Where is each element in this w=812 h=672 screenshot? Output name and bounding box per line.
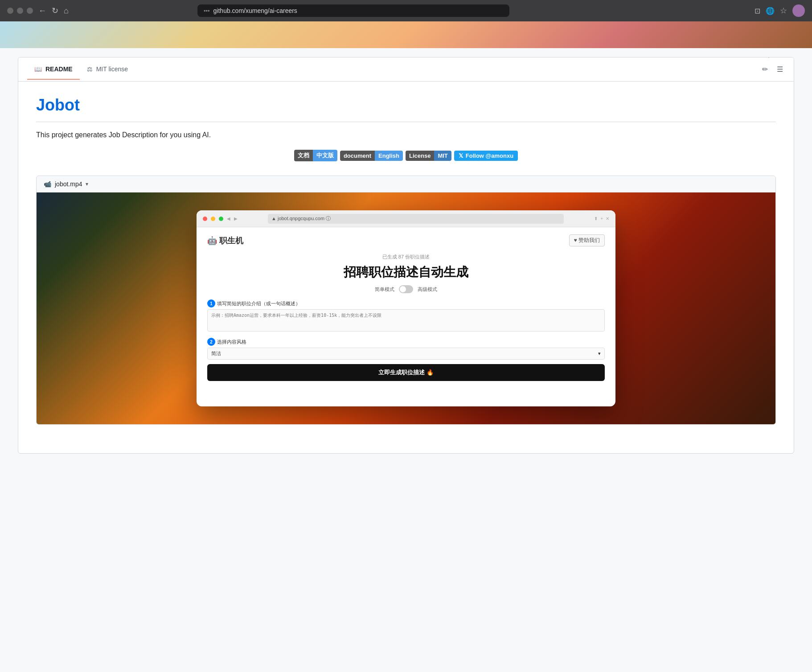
toc-icon: ☰ [777, 66, 783, 73]
tab-readme-label: README [45, 66, 73, 73]
app-url-text: ▲ jobot.qnpgcqupu.com ⓘ [271, 215, 331, 222]
home-button[interactable]: ⌂ [64, 6, 69, 16]
book-icon: 📖 [34, 66, 42, 73]
app-dot-green [219, 217, 223, 221]
video-header[interactable]: 📹 jobot.mp4 ▾ [37, 176, 775, 193]
readme-content: Jobot This project generates Job Descrip… [18, 82, 794, 453]
tab-readme[interactable]: 📖 README [27, 59, 80, 80]
browser-actions: ⊡ 🌐 ☆ [755, 4, 805, 17]
badge-follow[interactable]: 𝕏 Follow @amonxu [454, 151, 518, 161]
x-icon: 𝕏 [459, 152, 463, 159]
translate-icon[interactable]: 🌐 [766, 7, 775, 15]
edit-button[interactable]: ✏ [760, 63, 770, 75]
select-value: 简洁 [211, 350, 221, 357]
app-sponsor-button[interactable]: ♥ 赞助我们 [569, 234, 605, 246]
back-button[interactable]: ← [38, 6, 46, 16]
toggle-right-label: 高级模式 [418, 286, 437, 293]
video-icon: 📹 [44, 180, 51, 188]
dropdown-icon: ▾ [86, 181, 88, 187]
main-container: 📖 README ⚖ MIT license ✏ ☰ Jobo [18, 57, 794, 454]
app-toggle-thumb [400, 286, 406, 292]
browser-chrome: ← ↻ ⌂ ••• github.com/xumeng/ai-careers ⊡… [0, 0, 812, 21]
toggle-left-label: 简单模式 [375, 286, 394, 293]
toc-button[interactable]: ☰ [775, 63, 785, 75]
readme-description: This project generates Job Description f… [36, 131, 776, 139]
scale-icon: ⚖ [87, 66, 93, 73]
app-submit-button[interactable]: 立即生成职位描述 🔥 [207, 364, 605, 381]
tab-icon[interactable]: ⊡ [755, 7, 760, 15]
badge-license-left: License [406, 151, 434, 161]
refresh-button[interactable]: ↻ [52, 6, 58, 16]
badge-en-right: English [375, 151, 403, 161]
video-filename: jobot.mp4 [55, 180, 82, 188]
url-text: github.com/xumeng/ai-careers [213, 7, 297, 14]
step1-num: 1 [207, 299, 215, 307]
app-plus-icon: + [600, 216, 603, 221]
app-dot-red [203, 217, 207, 221]
step2-num: 2 [207, 338, 215, 346]
avatar[interactable] [792, 4, 805, 17]
app-form-step1: 1 填写简短的职位介绍（或一句话概述） [207, 299, 605, 333]
app-nav: 🤖 职生机 ♥ 赞助我们 [207, 234, 605, 246]
app-logo: 🤖 职生机 [207, 235, 243, 246]
badge-row: 文档 中文版 document English License MIT 𝕏 Fo… [36, 150, 776, 161]
app-toggle-row: 简单模式 高级模式 [207, 285, 605, 293]
badge-doc-left: 文档 [294, 150, 313, 161]
step2-text: 选择内容风格 [217, 339, 246, 345]
app-job-input[interactable] [207, 309, 605, 332]
badge-en-left: document [340, 151, 375, 161]
browser-dot-green[interactable] [27, 8, 33, 14]
app-close-icon: ✕ [606, 216, 609, 221]
step1-label: 1 填写简短的职位介绍（或一句话概述） [207, 299, 605, 307]
badge-doc-right: 中文版 [313, 150, 337, 161]
page-header-strip [0, 21, 812, 48]
star-icon[interactable]: ☆ [780, 6, 787, 16]
app-dot-yellow [211, 217, 215, 221]
tab-actions: ✏ ☰ [760, 63, 785, 75]
app-main-title: 招聘职位描述自动生成 [207, 264, 605, 281]
app-toggle[interactable] [399, 285, 413, 293]
badge-doc[interactable]: 文档 中文版 [294, 150, 337, 161]
readme-title: Jobot [36, 96, 776, 115]
video-container: 📹 jobot.mp4 ▾ ◀ ▶ ▲ jobot.qnpgcqupu.com [36, 176, 776, 425]
readme-tabs: 📖 README ⚖ MIT license ✏ ☰ [18, 57, 794, 82]
app-chrome: ◀ ▶ ▲ jobot.qnpgcqupu.com ⓘ ⬆ + ✕ [197, 210, 615, 227]
app-preview: ◀ ▶ ▲ jobot.qnpgcqupu.com ⓘ ⬆ + ✕ [37, 193, 775, 424]
app-style-select[interactable]: 简洁 ▾ [207, 348, 605, 360]
browser-dot-red[interactable] [7, 8, 13, 14]
app-address-bar: ▲ jobot.qnpgcqupu.com ⓘ [268, 214, 564, 224]
app-share-icon: ⬆ [594, 216, 598, 221]
follow-label: Follow @amonxu [466, 152, 513, 159]
select-arrow-icon: ▾ [598, 351, 601, 356]
app-form-step2: 2 选择内容风格 简洁 ▾ [207, 338, 605, 360]
tab-license[interactable]: ⚖ MIT license [80, 59, 135, 80]
badge-license-right: MIT [434, 151, 451, 161]
svg-line-1 [758, 57, 769, 57]
browser-controls [7, 8, 33, 14]
app-content: 🤖 职生机 ♥ 赞助我们 已生成 87 份职位描述 招聘职位描述自动生成 简单模… [197, 227, 615, 406]
badge-license[interactable]: License MIT [406, 151, 451, 161]
browser-dot-yellow[interactable] [17, 8, 23, 14]
address-bar[interactable]: ••• github.com/xumeng/ai-careers [197, 4, 509, 17]
app-window: ◀ ▶ ▲ jobot.qnpgcqupu.com ⓘ ⬆ + ✕ [197, 210, 615, 406]
tab-license-label: MIT license [96, 66, 128, 73]
pencil-icon: ✏ [762, 66, 768, 73]
app-hero-text: 已生成 87 份职位描述 [207, 254, 605, 260]
step1-text: 填写简短的职位介绍（或一句话概述） [217, 300, 300, 307]
readme-divider [36, 122, 776, 122]
badge-en[interactable]: document English [340, 151, 403, 161]
step2-label: 2 选择内容风格 [207, 338, 605, 346]
